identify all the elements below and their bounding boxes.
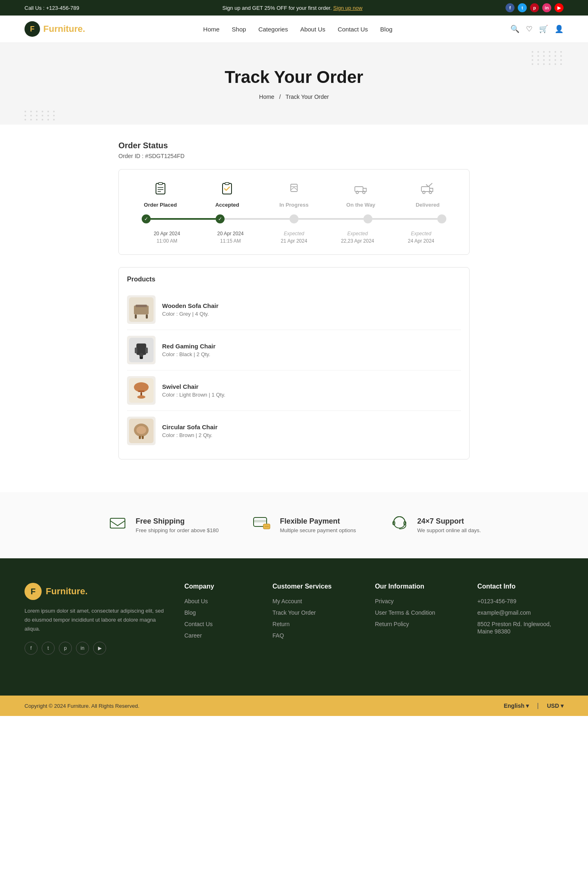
svg-point-13 [423,191,425,194]
nav-blog[interactable]: Blog [380,26,392,33]
youtube-icon[interactable]: ▶ [555,3,564,12]
products-title: Products [127,276,461,283]
footer-return-policy-link[interactable]: Return Policy [375,621,409,627]
step-label-on-way: On the Way [346,202,375,208]
footer-blog-link[interactable]: Blog [185,609,196,616]
svg-point-25 [139,353,143,357]
hero-dots-bl [24,111,56,120]
product-thumb-4 [127,417,156,445]
product-info-4: Circular Sofa Chair Color : Brown | 2 Qt… [162,424,218,438]
svg-rect-5 [223,183,232,194]
header: F Furniture. Home Shop Categories About … [0,16,588,43]
svg-rect-17 [136,305,147,307]
footer-col-customer-services: Customer Services My Account Track Your … [272,583,359,655]
status-card: Order Placed Accepted [118,169,470,255]
product-info-2: Red Gaming Chair Color : Black | 2 Qty. [162,343,216,357]
footer-user-terms-link[interactable]: User Terms & Condition [375,609,435,616]
footer-pinterest-icon[interactable]: p [59,642,72,655]
footer-email-link[interactable]: example@gmail.com [477,609,531,616]
support-title: 24×7 Support [417,517,481,526]
currency-selector[interactable]: USD ▾ [547,702,564,709]
footer-instagram-icon[interactable]: in [76,642,89,655]
top-bar: Call Us : +123-456-789 Sign up and GET 2… [0,0,588,16]
footer-track-order-link[interactable]: Track Your Order [272,609,316,616]
signup-link[interactable]: Sign up now [333,5,363,11]
footer-youtube-icon[interactable]: ▶ [93,642,106,655]
date-accepted: 20 Apr 2024 11:15 AM [199,230,263,245]
nav-about[interactable]: About Us [300,26,325,33]
footer-bottom: Copyright © 2024 Furniture. All Rights R… [0,696,588,716]
footer: F Furniture. Lorem ipsum dolor sit amet,… [0,558,588,696]
product-thumb-3 [127,376,156,405]
support-desc: We support online all days. [417,527,481,533]
footer-contact-info-title: Contact Info [477,583,564,590]
hero-dots-tr [532,51,564,65]
footer-twitter-icon[interactable]: t [42,642,55,655]
instagram-icon[interactable]: in [542,3,551,12]
footer-privacy-link[interactable]: Privacy [375,598,394,604]
phone-number: Call Us : +123-456-789 [24,5,79,11]
user-icon[interactable]: 👤 [555,25,564,33]
step-on-the-way: On the Way [327,182,394,208]
search-icon[interactable]: 🔍 [510,25,519,33]
feature-free-shipping: Free Shipping Free shipping for order ab… [107,513,218,538]
dates-row: 20 Apr 2024 11:00 AM 20 Apr 2024 11:15 A… [127,230,461,245]
footer-col-company: Company About Us Blog Contact Us Career [185,583,256,655]
product-thumb-2 [127,336,156,364]
footer-phone-link[interactable]: +0123-456-789 [477,598,516,604]
products-card: Products Wooden Sofa Chair Color : Grey … [118,267,470,459]
main-nav: Home Shop Categories About Us Contact Us… [203,26,393,33]
breadcrumb-sep: / [279,94,281,100]
breadcrumb-home[interactable]: Home [259,94,274,100]
order-status-title: Order Status [118,141,470,150]
product-item-2: Red Gaming Chair Color : Black | 2 Qty. [127,330,461,370]
footer-contact-links: +0123-456-789 example@gmail.com 8502 Pre… [477,598,564,635]
date-placed: 20 Apr 2024 11:00 AM [135,230,199,245]
footer-about-link[interactable]: About Us [185,598,208,604]
order-id: Order ID : #SDGT1254FD [118,153,470,159]
product-item-3: Swivel Chair Color : Light Brown | 1 Qty… [127,370,461,411]
footer-career-link[interactable]: Career [185,632,202,639]
cart-icon[interactable]: 🛒 [539,25,548,33]
footer-facebook-icon[interactable]: f [24,642,38,655]
twitter-icon[interactable]: t [518,3,527,12]
footer-grid: F Furniture. Lorem ipsum dolor sit amet,… [24,583,564,655]
nav-home[interactable]: Home [203,26,220,33]
footer-customer-services-title: Customer Services [272,583,359,590]
order-placed-icon [154,182,167,198]
product-meta-3: Color : Light Brown | 1 Qty. [162,392,225,398]
nav-shop[interactable]: Shop [232,26,246,33]
footer-lang-currency: English ▾ | USD ▾ [504,702,564,709]
footer-logo-icon: F [24,583,42,600]
logo[interactable]: F Furniture. [24,21,85,37]
footer-desc: Lorem ipsum dolor sit amet, consectetur … [24,607,168,633]
footer-myaccount-link[interactable]: My Account [272,598,302,604]
breadcrumb: Home / Track Your Order [8,94,580,100]
footer-return-link[interactable]: Return [272,621,290,627]
nav-categories[interactable]: Categories [258,26,288,33]
footer-info-links: Privacy User Terms & Condition Return Po… [375,598,461,628]
svg-point-30 [137,395,145,399]
support-icon [389,513,410,538]
product-name-1: Wooden Sofa Chair [162,302,218,309]
delivered-icon [421,182,434,198]
svg-rect-7 [291,184,297,192]
support-text: 24×7 Support We support online all days. [417,517,481,533]
progress-dot-5 [437,214,446,223]
footer-faq-link[interactable]: FAQ [272,632,284,639]
accepted-icon [220,182,234,198]
facebook-icon[interactable]: f [506,3,514,12]
free-shipping-desc: Free shipping for order above $180 [136,527,218,533]
logo-icon: F [24,21,40,37]
pinterest-icon[interactable]: p [530,3,539,12]
svg-point-14 [429,191,432,194]
wishlist-icon[interactable]: ♡ [526,25,532,33]
footer-contact-link[interactable]: Contact Us [185,621,213,627]
svg-rect-36 [110,518,125,528]
language-selector[interactable]: English ▾ [504,702,529,709]
nav-contact[interactable]: Contact Us [338,26,368,33]
product-meta-1: Color : Grey | 4 Qty. [162,311,218,317]
flexible-payment-icon [251,513,272,538]
language-chevron: ▾ [526,702,529,709]
footer-socials: f t p in ▶ [24,642,168,655]
